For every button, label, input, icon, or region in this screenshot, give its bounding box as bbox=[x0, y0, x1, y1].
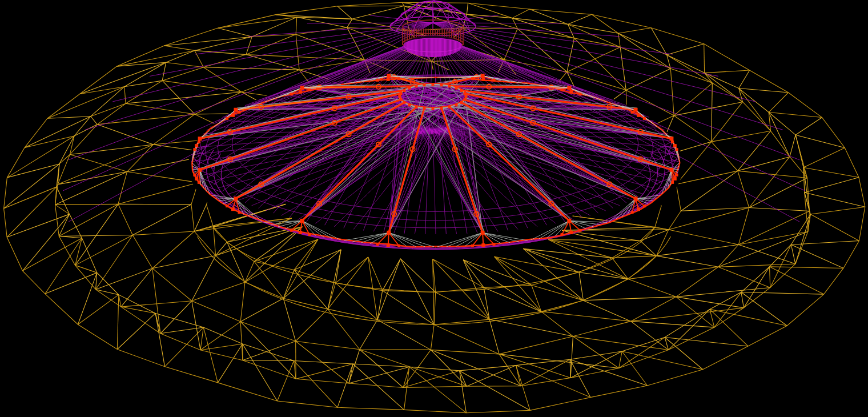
wireframe-scene-svg bbox=[0, 0, 868, 417]
wireframe-render bbox=[0, 0, 868, 417]
